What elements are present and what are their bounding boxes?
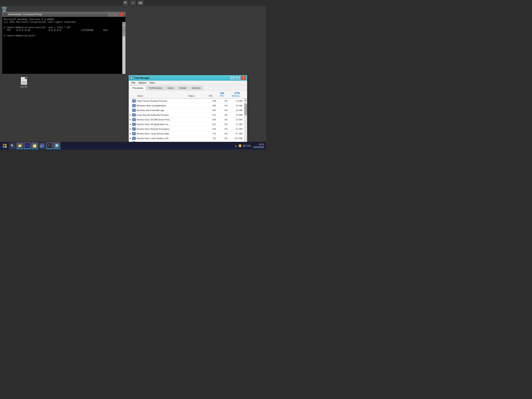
menu-options[interactable]: Options <box>137 81 148 84</box>
cmd-line-5: TCP 0.0.0.0:25 0.0.0.0:0 LISTENING 844 <box>4 29 124 32</box>
process-icon <box>132 109 136 112</box>
cmd-line-7: C:\Users\Administrator> <box>4 34 124 37</box>
table-row[interactable]: Services and Controller app 504 0% 2.8 M… <box>129 108 244 113</box>
cmd-maximize-button[interactable]: □ <box>113 13 118 16</box>
process-icon <box>132 123 136 126</box>
expand-icon[interactable]: ▶ <box>129 137 132 139</box>
expand-icon[interactable]: ▶ <box>129 123 132 125</box>
process-memory: 3.1 MB <box>228 123 244 125</box>
cmd-scroll-down[interactable]: ▼ <box>122 33 125 36</box>
process-pid: 340 <box>205 100 217 102</box>
cmd-line-3 <box>4 24 124 26</box>
cmd-titlebar[interactable]: C:\ Administrator: Command Prompt – □ ✕ <box>2 12 125 17</box>
process-cpu: 0% <box>217 123 228 125</box>
table-row[interactable]: ▶ Service Host: Local Service (Net... 72… <box>129 131 244 136</box>
menu-view[interactable]: View <box>148 81 156 84</box>
table-row[interactable]: ▶ Local Security Authority Process 512 0… <box>129 113 244 117</box>
cmd-taskbar-icon: C:\ <box>47 143 52 148</box>
task-manager-close[interactable]: ✕ <box>241 76 246 80</box>
process-icon <box>132 137 136 140</box>
clock-date: 13/10/2016 <box>253 146 264 148</box>
process-icon <box>132 127 136 130</box>
task-manager-maximize[interactable]: □ <box>235 76 241 80</box>
tray-network-icon[interactable]: 📶 <box>238 142 242 149</box>
taskbar-powershell-button[interactable]: PS <box>24 142 31 149</box>
tray-expand-icon[interactable]: ▲ <box>234 142 238 149</box>
col-header-pid[interactable]: PID <box>202 94 214 98</box>
task-manager-titlebar[interactable]: Task Manager – □ ✕ <box>129 75 247 81</box>
table-row[interactable]: Client Server Runtime Process 340 0% 1.0… <box>129 99 244 103</box>
folder-icon: 🗂️ <box>32 143 37 148</box>
cmd-scroll-thumb[interactable] <box>122 26 125 33</box>
keyboard-toolbar-btn[interactable]: ⌨ <box>138 0 143 6</box>
cmd-close-button[interactable]: ✕ <box>119 13 124 16</box>
process-cpu: 0% <box>217 137 228 140</box>
chrome-icon <box>40 143 44 148</box>
start-button[interactable] <box>1 142 9 149</box>
cmd-window-controls: – □ ✕ <box>108 13 124 16</box>
taskbar-cmd-button[interactable]: C:\ <box>46 142 53 149</box>
task-manager-table: Name Status PID 2% CPU 17% Memory <box>129 90 247 150</box>
memory-percentage: 17% <box>227 91 240 95</box>
task-manager-tabs: Processes Performance Users Details Serv… <box>129 85 247 90</box>
menu-file[interactable]: File <box>130 81 137 84</box>
process-pid: 752 <box>205 137 217 140</box>
test-file-icon[interactable]: test file <box>17 77 31 88</box>
col-memory-label: Memory <box>227 95 240 97</box>
expand-icon[interactable]: ▶ <box>129 118 132 121</box>
cmd-scroll-up[interactable]: ▲ <box>122 22 125 25</box>
col-name-label: Name <box>137 95 143 97</box>
cmd-line-4: C:\Users\Administrator>netstat -ano | fi… <box>4 26 124 29</box>
expand-icon[interactable]: ▶ <box>129 133 132 135</box>
tab-performance[interactable]: Performance <box>146 86 165 90</box>
taskbar-folder-button[interactable]: 🗂️ <box>31 142 38 149</box>
cmd-window: C:\ Administrator: Command Prompt – □ ✕ … <box>2 12 126 74</box>
table-row[interactable]: ▶ Service Host: IIS Application Ho... 61… <box>129 122 244 127</box>
cmd-scrollbar[interactable]: ▲ ▼ <box>122 22 125 74</box>
expand-icon[interactable]: ▶ <box>129 128 132 130</box>
cmd-title: Administrator: Command Prompt <box>8 13 42 16</box>
col-header-status[interactable]: Status <box>187 94 202 98</box>
scroll-thumb[interactable] <box>244 104 247 115</box>
scroll-up-button[interactable]: ▲ <box>244 99 247 102</box>
tab-services[interactable]: Services <box>189 86 203 90</box>
process-name: Service Host: Local System (13) <box>137 137 190 140</box>
svg-rect-0 <box>130 77 133 77</box>
search-toolbar-btn[interactable]: 🔍 <box>123 0 128 6</box>
table-header: Name Status PID 2% CPU 17% Memory <box>129 90 247 99</box>
cmd-minimize-button[interactable]: – <box>108 13 113 16</box>
process-cpu: 0% <box>217 118 228 121</box>
col-header-cpu[interactable]: 2% CPU <box>214 91 226 98</box>
expand-icon[interactable]: ▶ <box>129 114 132 116</box>
col-header-name[interactable]: Name <box>136 94 187 98</box>
col-header-memory[interactable]: 17% Memory <box>226 91 241 98</box>
table-row[interactable]: ▶ Service Host: Remote Procedure... 616 … <box>129 127 244 131</box>
tab-users[interactable]: Users <box>165 86 176 90</box>
table-row[interactable]: Windows Start-Up Application 408 0% 0.6 … <box>129 103 244 108</box>
tray-volume-icon[interactable]: 🔊 <box>242 142 246 149</box>
taskbar-search-button[interactable]: 🔍 <box>9 142 16 149</box>
cmd-body[interactable]: Microsoft Windows [Version 6.3.9600] (c)… <box>2 17 125 38</box>
process-memory: 0.6 MB <box>228 104 244 107</box>
svg-rect-6 <box>56 145 58 145</box>
task-manager-window: Task Manager – □ ✕ File Options View Pro… <box>128 75 247 150</box>
tab-details[interactable]: Details <box>177 86 189 90</box>
task-manager-minimize[interactable]: – <box>230 76 235 80</box>
start-icon <box>3 144 7 148</box>
taskbar-taskmanager-button[interactable] <box>53 142 60 149</box>
process-pid: 584 <box>205 118 217 121</box>
menu-toolbar-btn[interactable]: ≡ <box>130 0 136 6</box>
task-manager-controls: – □ ✕ <box>230 76 246 80</box>
col-status-label: Status <box>188 95 194 97</box>
tab-processes[interactable]: Processes <box>130 86 146 90</box>
table-row[interactable]: ▶ Service Host: DCOM Server Proc... 584 … <box>129 117 244 122</box>
table-row[interactable]: ▶ Service Host: Local System (13) 752 0%… <box>129 136 244 141</box>
search-icon: 🔍 <box>10 143 15 148</box>
process-pid: 616 <box>205 128 217 130</box>
process-name: Windows Start-Up Application <box>137 104 190 107</box>
taskbar-chrome-button[interactable] <box>38 142 45 149</box>
taskbar-clock[interactable]: 10:51 13/10/2016 <box>252 143 265 149</box>
tray-ime-icon[interactable]: ENG <box>247 142 251 149</box>
taskbar-explorer-button[interactable]: 📁 <box>16 142 23 149</box>
process-cpu: 0% <box>217 100 228 102</box>
